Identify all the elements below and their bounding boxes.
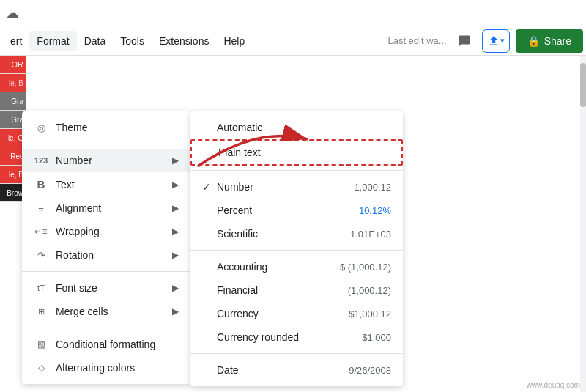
percent-value: 10.12% (359, 205, 391, 216)
cloud-icon: ☁ (6, 5, 19, 21)
upload-icon-btn[interactable]: ▾ (482, 29, 510, 53)
fontsize-icon: tT (34, 284, 48, 292)
submenu-accounting[interactable]: Accounting $ (1,000.12) (190, 255, 403, 278)
menu-item-tools[interactable]: Tools (113, 31, 152, 51)
submenu-divider-3 (190, 353, 403, 354)
menu-right-area: Last edit wa... ▾ 🔒 Share (387, 29, 583, 53)
format-dropdown: ◎ Theme 123 Number ▶ B Text ▶ ≡ Alignmen… (22, 111, 190, 384)
alternating-label: Alternating colors (56, 362, 179, 374)
cell-row-2[interactable]: le, B (0, 74, 26, 92)
alignment-arrow: ▶ (172, 203, 179, 213)
financial-label: Financial (217, 284, 348, 296)
divider-2 (22, 271, 190, 272)
menu-bar: ert Format Data Tools Extensions Help La… (0, 26, 586, 56)
number-sub-value: 1,000.12 (354, 182, 391, 193)
rotation-arrow: ▶ (172, 250, 179, 260)
theme-icon: ◎ (34, 122, 48, 133)
wrapping-icon: ↵≡ (34, 226, 48, 237)
scientific-label: Scientific (217, 228, 350, 240)
submenu-currency-rounded[interactable]: Currency rounded $1,000 (190, 325, 403, 349)
cell-row-3[interactable]: Gra (0, 92, 26, 111)
rotation-icon: ↷ (34, 250, 48, 261)
share-label: Share (544, 35, 571, 47)
divider-1 (22, 144, 190, 144)
alignment-label: Alignment (56, 202, 172, 214)
format-conditional-item[interactable]: ▨ Conditional formatting (22, 333, 190, 356)
submenu-automatic[interactable]: Automatic (190, 116, 403, 139)
scrollbar-thumb[interactable] (580, 63, 586, 107)
number-submenu: Automatic Plain text ✓ Number 1,000.12 P… (190, 111, 403, 386)
alternating-icon: ◇ (34, 363, 48, 373)
comment-icon (458, 34, 471, 48)
automatic-label: Automatic (217, 122, 391, 133)
submenu-divider-1 (190, 170, 403, 171)
check-number: ✓ (202, 181, 217, 193)
number-arrow: ▶ (172, 155, 179, 166)
submenu-divider-2 (190, 250, 403, 251)
date-value: 9/26/2008 (349, 365, 391, 376)
menu-item-extensions[interactable]: Extensions (152, 31, 216, 51)
format-alternating-item[interactable]: ◇ Alternating colors (22, 356, 190, 380)
submenu-scientific[interactable]: Scientific 1.01E+03 (190, 222, 403, 245)
financial-value: (1,000.12) (348, 285, 391, 296)
currency-value: $1,000.12 (349, 308, 391, 319)
number-icon: 123 (34, 156, 48, 165)
currency-label: Currency (217, 308, 349, 319)
submenu-date[interactable]: Date 9/26/2008 (190, 358, 403, 382)
share-button[interactable]: 🔒 Share (516, 29, 583, 53)
format-alignment-item[interactable]: ≡ Alignment ▶ (22, 196, 190, 220)
submenu-financial[interactable]: Financial (1,000.12) (190, 278, 403, 302)
rotation-label: Rotation (56, 249, 172, 261)
number-sub-label: Number (217, 181, 354, 193)
submenu-currency[interactable]: Currency $1,000.12 (190, 302, 403, 325)
submenu-percent[interactable]: Percent 10.12% (190, 199, 403, 222)
fontsize-arrow: ▶ (172, 283, 179, 293)
cell-row-1[interactable]: OR (0, 56, 26, 74)
number-label: Number (56, 155, 172, 166)
menu-item-format[interactable]: Format (29, 31, 76, 51)
accounting-value: $ (1,000.12) (340, 262, 391, 273)
dropdown-container: ◎ Theme 123 Number ▶ B Text ▶ ≡ Alignmen… (22, 111, 190, 384)
format-number-item[interactable]: 123 Number ▶ (22, 149, 190, 172)
format-theme-item[interactable]: ◎ Theme (22, 116, 190, 139)
format-text-item[interactable]: B Text ▶ (22, 172, 190, 196)
wrapping-label: Wrapping (56, 226, 172, 237)
scientific-value: 1.01E+03 (350, 229, 391, 240)
theme-label: Theme (56, 122, 179, 133)
alignment-icon: ≡ (34, 203, 48, 214)
format-fontsize-item[interactable]: tT Font size ▶ (22, 276, 190, 300)
lock-icon: 🔒 (527, 35, 540, 47)
text-arrow: ▶ (172, 180, 179, 190)
divider-3 (22, 328, 190, 328)
currency-rounded-label: Currency rounded (217, 331, 362, 343)
menu-item-data[interactable]: Data (77, 31, 114, 51)
submenu-plain-text[interactable]: Plain text (190, 139, 403, 166)
upload-icon (487, 34, 500, 48)
submenu-number[interactable]: ✓ Number 1,000.12 (190, 175, 403, 199)
conditional-label: Conditional formatting (56, 339, 179, 350)
wrapping-arrow: ▶ (172, 226, 179, 237)
menu-item-help[interactable]: Help (216, 31, 252, 51)
accounting-label: Accounting (217, 261, 340, 273)
merge-icon: ⊞ (34, 307, 48, 317)
currency-rounded-value: $1,000 (362, 332, 391, 343)
top-bar: ☁ (0, 0, 586, 26)
text-bold-icon: B (34, 178, 48, 191)
last-edit-text: Last edit wa... (387, 35, 446, 46)
format-merge-item[interactable]: ⊞ Merge cells ▶ (22, 300, 190, 323)
watermark: www.deuaq.com (527, 381, 580, 389)
merge-label: Merge cells (56, 306, 172, 317)
fontsize-label: Font size (56, 282, 172, 294)
conditional-icon: ▨ (34, 339, 48, 350)
format-rotation-item[interactable]: ↷ Rotation ▶ (22, 243, 190, 267)
text-label: Text (56, 179, 172, 191)
plain-text-label: Plain text (218, 147, 390, 158)
menu-item-edit[interactable]: ert (3, 31, 29, 51)
comment-icon-btn[interactable] (453, 29, 476, 53)
date-label: Date (217, 364, 349, 376)
percent-label: Percent (217, 204, 359, 216)
sheet-area: OR le, B Gra Gra le, G Rec le, B Brow ◎ … (0, 56, 586, 392)
format-wrapping-item[interactable]: ↵≡ Wrapping ▶ (22, 220, 190, 243)
scrollbar[interactable] (580, 56, 586, 392)
merge-arrow: ▶ (172, 306, 179, 317)
